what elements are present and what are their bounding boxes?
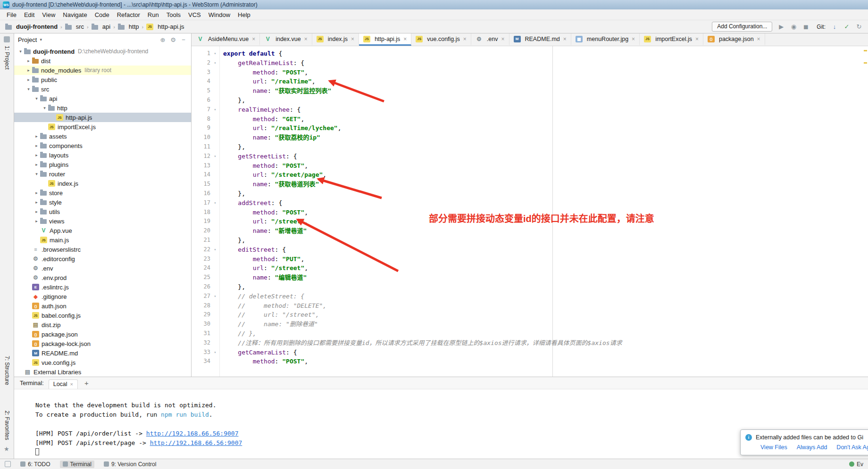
terminal-link[interactable]: http://192.168.66.56:9007 (150, 439, 242, 446)
close-icon[interactable]: × (757, 36, 760, 42)
breadcrumb-item-src[interactable]: src (64, 23, 85, 31)
tree-collapsed-icon[interactable]: ▸ (33, 153, 40, 157)
status-item-9-version-control[interactable]: 9: Version Control (101, 461, 159, 468)
tab-http-api.js[interactable]: JShttp-api.js× (359, 33, 411, 46)
favorites-star-icon[interactable]: ★ (4, 445, 9, 453)
tree-item-node-modules[interactable]: ▸node_moduleslibrary root (14, 66, 191, 75)
terminal-tab-local[interactable]: Local × (49, 379, 78, 389)
tree-collapsed-icon[interactable]: ▸ (33, 190, 40, 195)
tree-collapsed-icon[interactable]: ▸ (33, 162, 40, 167)
tree-item-index.js[interactable]: JSindex.js (14, 179, 191, 188)
tree-collapsed-icon[interactable]: ▸ (25, 68, 32, 73)
toolwindow-button-project[interactable]: 1: Project (4, 46, 10, 70)
tree-item-components[interactable]: ▸components (14, 141, 191, 150)
new-terminal-button[interactable]: + (83, 379, 91, 387)
tree-expanded-icon[interactable]: ▾ (17, 49, 24, 54)
status-item-terminal[interactable]: Terminal (60, 461, 94, 468)
breadcrumb-item-api[interactable]: api (90, 23, 112, 31)
tree-collapsed-icon[interactable]: ▸ (33, 143, 40, 148)
tree-item-duoji-frontend[interactable]: ▾duoji-frontendD:\zheheWeb\duoji-fronten… (14, 47, 191, 56)
tab-.env[interactable]: ⚙.env× (471, 33, 509, 46)
commit-icon[interactable]: ✓ (843, 23, 851, 30)
locate-icon[interactable]: ⊕ (159, 36, 167, 43)
toolwindow-button-favorites[interactable]: 2: Favorites (4, 411, 10, 440)
tree-item-assets[interactable]: ▸assets (14, 132, 191, 141)
tree-item-public[interactable]: ▸public (14, 75, 191, 84)
project-toolwindow-icon[interactable] (4, 36, 10, 42)
status-item-6-todo[interactable]: 6: TODO (17, 461, 53, 468)
tree-item-plugins[interactable]: ▸plugins (14, 160, 191, 169)
tree-item-.env.prod[interactable]: ⚙.env.prod (14, 273, 191, 282)
fold-icon[interactable]: ▾ (210, 58, 220, 68)
tab-readme.md[interactable]: MREADME.md× (509, 33, 571, 46)
tree-item-main.js[interactable]: JSmain.js (14, 235, 191, 245)
tab-package.json[interactable]: {}package.json× (703, 33, 765, 46)
menu-item-edit[interactable]: Edit (20, 10, 38, 19)
tab-asidemenu.vue[interactable]: VAsideMenu.vue× (192, 33, 260, 46)
editor-scrollbar[interactable] (862, 46, 868, 377)
menu-item-window[interactable]: Window (205, 10, 234, 19)
tree-item-vue.config.js[interactable]: JSvue.config.js (14, 358, 191, 367)
update-project-icon[interactable]: ↓ (830, 23, 839, 30)
menu-item-help[interactable]: Help (234, 10, 254, 19)
tab-index.js[interactable]: JSindex.js× (312, 33, 359, 46)
notification-link-view-files[interactable]: View Files (760, 444, 787, 451)
notification-link-don-t-ask-agai[interactable]: Don't Ask Agai (836, 444, 868, 451)
close-icon[interactable]: × (304, 36, 308, 42)
tree-item-.eslintrc.js[interactable]: E.eslintrc.js (14, 282, 191, 292)
code-editor[interactable]: 1▾export default {2▾ getRealTimeList: {3… (192, 46, 868, 377)
toolwindow-toggle-icon[interactable] (5, 461, 11, 467)
menu-item-file[interactable]: File (3, 10, 20, 19)
fold-icon[interactable]: ▾ (210, 49, 220, 58)
menu-item-navigate[interactable]: Navigate (59, 10, 91, 19)
tree-item-src[interactable]: ▾src (14, 84, 191, 94)
tree-item-store[interactable]: ▸store (14, 188, 191, 197)
tree-expanded-icon[interactable]: ▾ (33, 172, 40, 176)
tree-collapsed-icon[interactable]: ▸ (33, 134, 40, 139)
fold-icon[interactable]: ▾ (210, 292, 220, 301)
menu-item-view[interactable]: View (38, 10, 59, 19)
run-icon[interactable]: ▶ (777, 23, 785, 30)
fold-icon[interactable]: ▾ (210, 105, 220, 115)
tree-item-package.json[interactable]: {}package.json (14, 329, 191, 339)
project-panel-title[interactable]: Project (18, 36, 37, 43)
tree-item-router[interactable]: ▾router (14, 169, 191, 179)
tree-item-importexcel.js[interactable]: JSimportExcel.js (14, 122, 191, 132)
notification-link-always-add[interactable]: Always Add (797, 444, 827, 451)
tree-item-package-lock.json[interactable]: {}package-lock.json (14, 339, 191, 348)
tree-item-babel.config.js[interactable]: JSbabel.config.js (14, 311, 191, 320)
tab-importexcel.js[interactable]: JSimportExcel.js× (640, 33, 703, 46)
tree-item-utils[interactable]: ▸utils (14, 207, 191, 216)
menu-item-vcs[interactable]: VCS (184, 10, 205, 19)
menu-item-refactor[interactable]: Refactor (113, 10, 144, 19)
close-icon[interactable]: × (632, 36, 635, 42)
tree-collapsed-icon[interactable]: ▸ (33, 200, 40, 205)
tree-item-views[interactable]: ▸views (14, 216, 191, 226)
stop-icon[interactable]: ◼ (801, 23, 810, 30)
close-icon[interactable]: × (403, 36, 407, 42)
tab-vue.config.js[interactable]: JSvue.config.js× (411, 33, 471, 46)
tab-menurouter.jpg[interactable]: ▦menuRouter.jpg× (571, 33, 640, 46)
tab-index.vue[interactable]: Vindex.vue× (260, 33, 312, 46)
add-configuration-button[interactable]: Add Configuration... (712, 22, 772, 32)
close-icon[interactable]: × (563, 36, 567, 42)
tree-item-.gitignore[interactable]: ◆.gitignore (14, 292, 191, 301)
close-icon[interactable]: × (463, 36, 467, 42)
tree-item-style[interactable]: ▸style (14, 197, 191, 207)
chevron-down-icon[interactable]: ▾ (40, 37, 42, 42)
menu-item-run[interactable]: Run (144, 10, 163, 19)
menu-item-code[interactable]: Code (91, 10, 113, 19)
tree-item-http[interactable]: ▾http (14, 103, 191, 113)
tree-item-readme.md[interactable]: MREADME.md (14, 348, 191, 358)
tree-item-auth.json[interactable]: {}auth.json (14, 301, 191, 311)
fold-icon[interactable]: ▾ (210, 152, 220, 161)
tree-collapsed-icon[interactable]: ▸ (25, 58, 32, 63)
fold-icon[interactable]: ▾ (210, 198, 220, 208)
tree-expanded-icon[interactable]: ▾ (41, 106, 48, 110)
debug-icon[interactable]: ◉ (789, 23, 798, 30)
terminal-link[interactable]: http://192.168.66.56:9007 (146, 430, 239, 437)
tree-item-.env[interactable]: ⚙.env (14, 263, 191, 273)
event-log-icon[interactable] (849, 461, 854, 467)
tree-item-.editorconfig[interactable]: ⚙.editorconfig (14, 254, 191, 263)
tree-expanded-icon[interactable]: ▾ (33, 96, 40, 101)
